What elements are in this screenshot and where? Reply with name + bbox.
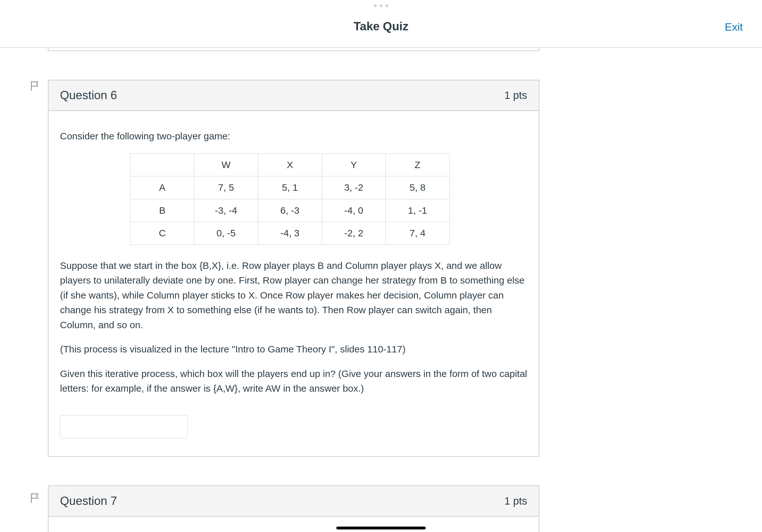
question-paragraph: (This process is visualized in the lectu… [60, 342, 527, 357]
row-header: A [130, 176, 194, 199]
question-body [48, 517, 539, 532]
payoff-cell: -2, 2 [322, 222, 386, 245]
table-row: B -3, -4 6, -3 -4, 0 1, -1 [130, 199, 450, 222]
payoff-cell: 7, 4 [386, 222, 450, 245]
payoff-cell: 0, -5 [194, 222, 258, 245]
question-body: Consider the following two-player game: … [48, 111, 539, 456]
row-header: B [130, 199, 194, 222]
col-header: X [258, 154, 322, 176]
flag-question-icon[interactable] [29, 492, 41, 504]
payoff-cell: 1, -1 [386, 199, 450, 222]
payoff-cell: 5, 8 [386, 176, 450, 199]
col-header: Y [322, 154, 386, 176]
col-header: Z [386, 154, 450, 176]
home-indicator [336, 527, 426, 529]
exit-link[interactable]: Exit [725, 21, 743, 33]
table-row: A 7, 5 5, 1 3, -2 5, 8 [130, 176, 450, 199]
question-6-card: Question 6 1 pts Consider the following … [48, 80, 539, 457]
question-title: Question 7 [60, 495, 117, 508]
payoff-cell: 5, 1 [258, 176, 322, 199]
question-title: Question 6 [60, 89, 117, 102]
payoff-cell: 3, -2 [322, 176, 386, 199]
payoff-cell: -3, -4 [194, 199, 258, 222]
question-points: 1 pts [504, 495, 527, 507]
payoff-cell: -4, 0 [322, 199, 386, 222]
payoff-cell: 6, -3 [258, 199, 322, 222]
table-row: C 0, -5 -4, 3 -2, 2 7, 4 [130, 222, 450, 245]
question-header: Question 6 1 pts [48, 80, 539, 111]
question-points: 1 pts [504, 89, 527, 101]
question-paragraph: Suppose that we start in the box {B,X}, … [60, 258, 527, 333]
col-header: W [194, 154, 258, 176]
previous-question-stub [48, 48, 539, 51]
payoff-table: W X Y Z A 7, 5 5, 1 3, -2 5, 8 B -3, [130, 154, 450, 245]
row-header: C [130, 222, 194, 245]
question-paragraph: Given this iterative process, which box … [60, 366, 527, 396]
page-title: Take Quiz [353, 20, 409, 33]
table-corner [130, 154, 194, 176]
payoff-cell: 7, 5 [194, 176, 258, 199]
answer-input[interactable] [60, 415, 188, 438]
flag-question-icon[interactable] [29, 80, 41, 93]
payoff-cell: -4, 3 [258, 222, 322, 245]
title-bar: Take Quiz Exit [0, 0, 762, 48]
question-header: Question 7 1 pts [48, 486, 539, 517]
question-intro: Consider the following two-player game: [60, 129, 527, 144]
quiz-scroll-area[interactable]: Question 6 1 pts Consider the following … [0, 48, 762, 532]
question-7-card: Question 7 1 pts [48, 486, 539, 532]
